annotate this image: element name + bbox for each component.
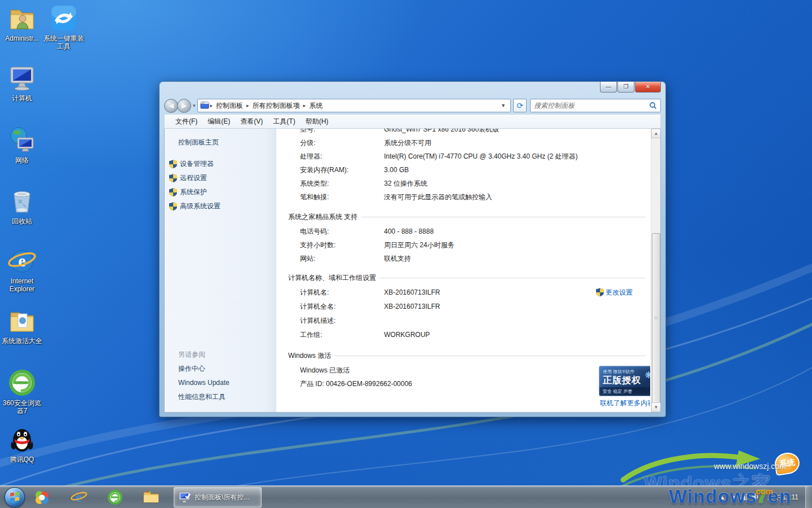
taskbar-window-button[interactable]: 控制面板\所有控... <box>174 487 262 507</box>
spec-value: 32 位操作系统 <box>384 177 427 190</box>
desktop-icon-360-browser[interactable]: 360安全浏览器7 <box>0 368 44 415</box>
desktop-icon-qq[interactable]: 腾讯QQ <box>0 424 44 463</box>
taskbar-icon-explorer[interactable] <box>139 487 164 507</box>
360-safety-icon <box>33 489 50 506</box>
sidebar-item-device-manager[interactable]: 设备管理器 <box>165 157 276 171</box>
navigation-bar: ◀ ▶ ▾ ▸ 控制面板 ▸ 所有控制面板项 ▸ 系统 ▼ ⟳ <box>164 97 661 114</box>
start-button[interactable] <box>5 487 25 507</box>
search-icon[interactable] <box>649 102 657 110</box>
online-support-link[interactable]: 联机支持 <box>384 252 411 265</box>
spec-label: 计算机名: <box>300 286 329 300</box>
spec-row-processor: 处理器: Intel(R) Core(TM) i7-4770 CPU @ 3.4… <box>288 150 650 163</box>
sidebar-item-performance-tools[interactable]: 性能信息和工具 <box>165 390 276 404</box>
search-input[interactable] <box>534 102 649 110</box>
spec-row-system-type: 系统类型: 32 位操作系统 <box>288 177 650 190</box>
tray-clock[interactable]: 上午 11:11 <box>767 493 798 502</box>
menu-bar: 文件(F) 编辑(E) 查看(V) 工具(T) 帮助(H) <box>164 114 661 129</box>
scroll-down-arrow[interactable]: ▼ <box>651 402 661 412</box>
spec-label: 网站: <box>300 252 315 265</box>
window-titlebar[interactable]: — ❐ ✕ <box>160 82 665 97</box>
breadcrumb-control-panel[interactable]: 控制面板 <box>214 101 245 111</box>
activation-block: Windows 已激活 产品 ID: 00426-OEM-8992662-000… <box>288 364 650 391</box>
recent-pages-chevron-icon[interactable]: ▾ <box>193 103 196 108</box>
sidebar-item-advanced-settings[interactable]: 高级系统设置 <box>165 199 276 213</box>
activation-section-header: Windows 激活 <box>288 350 650 361</box>
forward-button[interactable]: ▶ <box>177 99 191 113</box>
breadcrumb-arrow-icon: ▸ <box>302 103 307 108</box>
desktop-icon-internet-explorer[interactable]: e Internet Explorer <box>0 246 44 293</box>
sidebar-item-action-center[interactable]: 操作中心 <box>165 362 276 376</box>
tray-volume-icon[interactable] <box>752 493 759 501</box>
genuine-software-badge[interactable]: 使用 微软®软件 正版授权 安全 稳定 声誉 ❋ <box>599 366 650 396</box>
refresh-button[interactable]: ⟳ <box>513 99 527 112</box>
spec-label: 电话号码: <box>300 225 329 238</box>
back-button[interactable]: ◀ <box>164 99 178 113</box>
spec-value: 周日至周六 24小时服务 <box>384 238 454 252</box>
close-button[interactable]: ✕ <box>635 82 661 93</box>
change-settings-link[interactable]: 更改设置 <box>596 286 633 299</box>
menu-help[interactable]: 帮助(H) <box>301 117 334 126</box>
watermark-url: www.windowszj.com <box>714 462 786 471</box>
address-dropdown-icon[interactable]: ▼ <box>498 103 508 108</box>
address-bar[interactable]: ▸ 控制面板 ▸ 所有控制面板项 ▸ 系统 ▼ <box>197 99 511 112</box>
sidebar-item-remote-settings[interactable]: 远程设置 <box>165 171 276 185</box>
vertical-scrollbar[interactable]: ▲ ▼ <box>651 129 660 412</box>
breadcrumb-all-items[interactable]: 所有控制面板项 <box>250 101 302 111</box>
menu-edit[interactable]: 编辑(E) <box>202 117 235 126</box>
user-folder-icon <box>7 3 37 33</box>
product-id: 产品 ID: 00426-OEM-8992662-00006 <box>300 377 412 391</box>
taskbar-icon-360-browser[interactable] <box>103 487 127 507</box>
spec-value: WORKGROUP <box>384 328 430 342</box>
taskbar-window-label: 控制面板\所有控... <box>195 493 249 502</box>
scroll-up-arrow[interactable]: ▲ <box>651 129 661 138</box>
spec-row-rating: 分级: 系统分级不可用 <box>288 136 650 150</box>
folder-icon <box>143 490 160 505</box>
scrollbar-thumb[interactable] <box>652 233 660 404</box>
tray-show-hidden-icon[interactable]: ▲ <box>720 494 726 501</box>
section-rule <box>361 217 646 217</box>
see-also-section: 另请参阅 操作中心 Windows Update 性能信息和工具 <box>165 348 276 404</box>
desktop-icon-label: 计算机 <box>0 94 44 102</box>
desktop-icon-administrator[interactable]: Administr... <box>0 3 44 42</box>
sidebar-item-control-panel-home[interactable]: 控制面板主页 <box>178 138 219 147</box>
sidebar: 控制面板主页 设备管理器 远程设置 系统保护 <box>165 129 276 412</box>
sidebar-item-windows-update[interactable]: Windows Update <box>165 376 276 390</box>
sidebar-item-system-protection[interactable]: 系统保护 <box>165 185 276 199</box>
reinstall-tool-icon <box>49 3 78 33</box>
spec-label: 笔和触摸: <box>300 190 329 204</box>
taskbar-icon-internet-explorer[interactable]: e <box>67 487 91 507</box>
show-desktop-button[interactable] <box>805 486 812 508</box>
tray-network-icon[interactable] <box>740 494 747 501</box>
rating-unavailable-link[interactable]: 系统分级不可用 <box>384 136 431 150</box>
desktop-icon-computer[interactable]: 计算机 <box>0 63 44 102</box>
support-row-hours: 支持小时数: 周日至周六 24小时服务 <box>288 238 650 252</box>
menu-file[interactable]: 文件(F) <box>170 117 202 126</box>
restore-button[interactable]: ❐ <box>617 82 634 93</box>
system-window-icon <box>179 492 191 503</box>
computer-row-name: 计算机名: XB-20160713ILFR 更改设置 <box>288 286 650 300</box>
badge-sparkle-icon: ❋ <box>645 370 650 380</box>
breadcrumb-arrow-icon: ▸ <box>245 103 250 108</box>
sidebar-item-label: 设备管理器 <box>180 160 214 168</box>
desktop-icon-network[interactable]: 网络 <box>0 125 44 164</box>
system-window: — ❐ ✕ ◀ ▶ ▾ ▸ 控制面板 ▸ 所有控制面板项 ▸ 系统 <box>160 82 665 417</box>
network-icon <box>7 125 37 155</box>
uac-shield-icon <box>169 188 177 196</box>
section-title: 系统之家精品系统 支持 <box>288 212 358 222</box>
spec-label: 工作组: <box>300 328 322 342</box>
taskbar-icon-360-safety[interactable] <box>29 487 54 507</box>
spec-label: 支持小时数: <box>300 238 336 252</box>
minimize-button[interactable]: — <box>600 82 617 93</box>
desktop-icon-reinstall-tool[interactable]: 系统一键重装工具 <box>42 3 86 50</box>
menu-view[interactable]: 查看(V) <box>235 117 268 126</box>
menu-tools[interactable]: 工具(T) <box>268 117 300 126</box>
activation-status: Windows 已激活 <box>300 364 350 377</box>
learn-more-online-link[interactable]: 联机了解更多内容... <box>600 398 650 408</box>
desktop-icon-recycle-bin[interactable]: 回收站 <box>0 186 44 225</box>
breadcrumb-system[interactable]: 系统 <box>307 101 325 111</box>
uac-shield-icon <box>169 202 177 211</box>
sidebar-item-label: 系统保护 <box>180 188 207 196</box>
desktop-icon-activation-folder[interactable]: 系统激活大全 <box>0 306 44 345</box>
tray-action-center-flag-icon[interactable]: ⚑ <box>730 494 736 501</box>
search-box[interactable] <box>530 99 661 112</box>
